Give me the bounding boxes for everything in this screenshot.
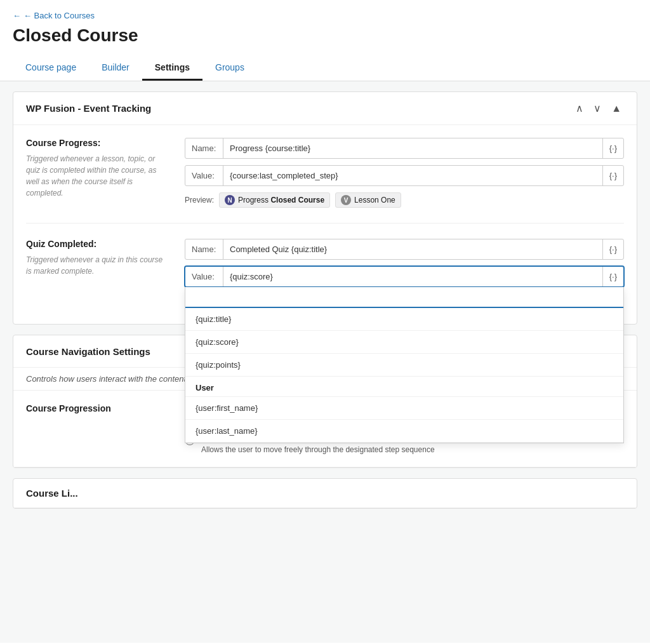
quiz-value-wrapper: Value: {·} {quiz:title} {quiz:score} {qu… xyxy=(185,266,624,287)
course-progress-fields: Name: {·} Value: {·} Preview: xyxy=(185,138,624,208)
progress-name-input[interactable] xyxy=(223,138,602,158)
progress-value-input-row: Value: {·} xyxy=(185,165,624,186)
badge-n-icon: N xyxy=(225,195,235,205)
tabs-nav: Course page Builder Settings Groups xyxy=(13,56,637,81)
progress-value-merge-button[interactable]: {·} xyxy=(602,166,623,185)
page-wrapper: ← ← Back to Courses Closed Course Course… xyxy=(0,0,650,644)
course-progress-row: Course Progress: Triggered whenever a le… xyxy=(26,138,624,224)
dropdown-search-input[interactable] xyxy=(185,287,623,308)
progress-value-input[interactable] xyxy=(223,166,602,185)
quiz-value-label: Value: xyxy=(185,267,223,286)
collapse-up-button[interactable]: ∧ xyxy=(573,101,586,116)
header: ← ← Back to Courses Closed Course Course… xyxy=(0,0,650,81)
quiz-completed-label: Quiz Completed: xyxy=(26,239,166,249)
content-area: WP Fusion - Event Tracking ∧ ∨ ▲ Course … xyxy=(0,81,650,643)
progress-v-badge: V Lesson One xyxy=(335,192,401,208)
course-progress-description: Triggered whenever a lesson, topic, or q… xyxy=(26,153,166,199)
tab-groups[interactable]: Groups xyxy=(202,56,257,81)
badge-v-icon: V xyxy=(341,195,351,205)
progress-value-label: Value: xyxy=(185,166,223,185)
page-title: Closed Course xyxy=(13,25,637,46)
event-tracking-card-body: Course Progress: Triggered whenever a le… xyxy=(13,125,637,324)
collapse-down-button[interactable]: ∨ xyxy=(591,101,604,116)
quiz-completed-row: Quiz Completed: Triggered whenever a qui… xyxy=(26,239,624,311)
progress-preview-n-text: Progress Closed Course xyxy=(238,196,324,205)
tab-builder[interactable]: Builder xyxy=(89,56,142,81)
course-progress-label-col: Course Progress: Triggered whenever a le… xyxy=(26,138,166,208)
quiz-name-input-row: Name: {·} xyxy=(185,239,624,260)
collapse-toggle-button[interactable]: ▲ xyxy=(609,102,624,116)
tab-course-page[interactable]: Course page xyxy=(13,56,89,81)
dropdown-item-quiz-score[interactable]: {quiz:score} xyxy=(185,331,623,354)
quiz-completed-fields: Name: {·} Value: {·} xyxy=(185,239,624,311)
progress-n-badge: N Progress Closed Course xyxy=(219,192,330,208)
bottom-card-header: Course Li... xyxy=(13,479,637,508)
card-controls: ∧ ∨ ▲ xyxy=(573,101,624,116)
dropdown-item-user-last-name[interactable]: {user:last_name} xyxy=(185,420,623,443)
back-to-courses-link[interactable]: ← ← Back to Courses xyxy=(13,11,95,20)
progress-preview-v-text: Lesson One xyxy=(354,196,395,205)
course-navigation-title: Course Navigation Settings xyxy=(26,346,150,357)
quiz-value-input-row: Value: {·} xyxy=(185,266,624,287)
progress-name-merge-button[interactable]: {·} xyxy=(602,138,623,158)
quiz-name-label: Name: xyxy=(185,239,223,259)
quiz-value-input[interactable] xyxy=(223,267,602,286)
course-progression-label: Course Progression xyxy=(26,403,166,454)
tab-settings[interactable]: Settings xyxy=(142,56,202,81)
event-tracking-card-header: WP Fusion - Event Tracking ∧ ∨ ▲ xyxy=(13,92,637,125)
quiz-name-input[interactable] xyxy=(223,239,602,259)
bottom-card-preview: Course Li... xyxy=(13,478,637,509)
back-link-text: ← Back to Courses xyxy=(23,11,95,20)
event-tracking-card: WP Fusion - Event Tracking ∧ ∨ ▲ Course … xyxy=(13,91,637,325)
progress-name-label: Name: xyxy=(185,138,223,158)
quiz-completed-description: Triggered whenever a quiz in this course… xyxy=(26,254,166,277)
free-form-description: Allows the user to move freely through t… xyxy=(201,445,435,454)
event-tracking-title: WP Fusion - Event Tracking xyxy=(26,103,151,114)
quiz-value-merge-button[interactable]: {·} xyxy=(602,267,623,286)
dropdown-item-quiz-points[interactable]: {quiz:points} xyxy=(185,354,623,377)
dropdown-item-quiz-title[interactable]: {quiz:title} xyxy=(185,308,623,331)
quiz-name-merge-button[interactable]: {·} xyxy=(602,239,623,259)
progress-preview-row: Preview: N Progress Closed Course V Less… xyxy=(185,192,624,208)
dropdown-user-header: User xyxy=(185,377,623,397)
quiz-completed-label-col: Quiz Completed: Triggered whenever a qui… xyxy=(26,239,166,311)
back-arrow-icon: ← xyxy=(13,11,21,20)
progress-preview-label: Preview: xyxy=(185,196,214,205)
course-progress-label: Course Progress: xyxy=(26,138,166,148)
merge-tag-dropdown: {quiz:title} {quiz:score} {quiz:points} … xyxy=(185,287,624,443)
dropdown-item-user-first-name[interactable]: {user:first_name} xyxy=(185,397,623,420)
progress-name-input-row: Name: {·} xyxy=(185,138,624,159)
